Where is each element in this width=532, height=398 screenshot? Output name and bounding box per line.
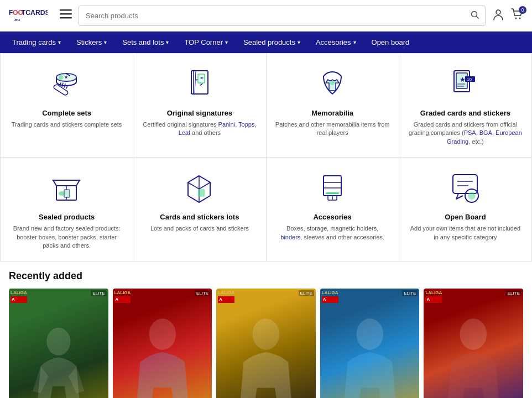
account-icon[interactable] [492, 8, 504, 23]
category-desc: Graded cards and stickers from official … [408, 121, 523, 146]
svg-rect-33 [64, 190, 70, 197]
svg-rect-34 [198, 189, 205, 197]
svg-text:★: ★ [460, 76, 466, 83]
svg-text:TCARDS: TCARDS [22, 9, 48, 17]
category-title: Memorabilia [275, 109, 390, 117]
category-title: Complete sets [9, 109, 124, 117]
svg-point-22 [330, 81, 335, 85]
svg-rect-4 [60, 9, 72, 11]
box-icon [9, 169, 124, 207]
category-grid: ★ Complete sets Trading cards and sticke… [0, 53, 532, 261]
svg-point-10 [515, 17, 517, 19]
chevron-down-icon: ▾ [166, 39, 169, 45]
svg-rect-6 [60, 17, 72, 19]
category-title: Cards and stickers lots [142, 213, 257, 221]
chevron-down-icon: ▾ [298, 39, 300, 45]
category-title: Open Board [408, 213, 523, 221]
site-logo[interactable]: F OO TCARDS .eu [9, 4, 53, 27]
svg-rect-41 [453, 175, 477, 193]
product-card[interactable]: LALIGA A ELITE CANALES PANINI 001 Canale… [9, 289, 108, 398]
svg-text:★: ★ [64, 75, 68, 80]
product-card[interactable]: LALIGA A ELITE GAVI PANINI 005 Gavi (Eli… [424, 289, 523, 398]
category-desc: Trading cards and stickers complete sets [9, 121, 124, 129]
svg-point-15 [59, 75, 63, 80]
category-desc: Brand new and factory sealed products: b… [9, 224, 124, 250]
nav-trading-cards[interactable]: Trading cards ▾ [4, 32, 69, 53]
stack-icon: ★ [9, 65, 124, 103]
product-image: LALIGA A ELITE CANALES PANINI [9, 289, 108, 398]
svg-point-49 [356, 319, 383, 350]
holder-icon [275, 169, 390, 207]
category-memorabilia[interactable]: Memorabilia Patches and other memorabili… [267, 54, 399, 158]
product-card[interactable]: LALIGA A ELITE COURTOIS PANINI 002 Court… [113, 289, 212, 398]
svg-rect-5 [60, 13, 72, 15]
svg-point-47 [149, 319, 175, 350]
category-open-board[interactable]: Open Board Add your own items that are n… [399, 158, 532, 261]
header-icons: 0 [492, 8, 523, 23]
category-accesories[interactable]: Accesories Boxes, storage, magnetic hold… [267, 158, 399, 261]
svg-point-50 [460, 319, 487, 350]
category-graded-cards[interactable]: ★ 10 Graded cards and stickers Graded ca… [399, 54, 532, 158]
book-icon: ✒ [142, 65, 257, 103]
category-sealed-products[interactable]: Sealed products Brand new and factory se… [1, 158, 133, 261]
category-complete-sets[interactable]: ★ Complete sets Trading cards and sticke… [1, 54, 133, 158]
cart-badge: 0 [519, 6, 526, 14]
product-card[interactable]: LALIGA A ELITE GABRI VEIGA PANINI 004 Ga… [320, 289, 420, 398]
category-desc: Patches and other memorabilia items from… [275, 121, 390, 138]
recently-added-section: Recently added LALIGA A ELITE CANALES PA… [0, 261, 532, 398]
svg-point-9 [496, 10, 500, 14]
svg-rect-38 [326, 192, 339, 194]
svg-text:.eu: .eu [14, 17, 20, 22]
chevron-down-icon: ▾ [58, 39, 61, 45]
svg-line-19 [195, 71, 196, 94]
graded-icon: ★ 10 [408, 65, 523, 103]
category-desc: Certified original signatures Panini, To… [142, 121, 257, 138]
category-desc: Boxes, storage, magnetic holders, binder… [275, 224, 390, 242]
category-title: Accesories [275, 213, 390, 221]
svg-text:✒: ✒ [200, 76, 204, 81]
category-desc: Add your own items that are not included… [408, 224, 523, 242]
category-cards-lots[interactable]: Cards and stickers lots Lots and packs o… [133, 158, 266, 261]
search-bar [79, 6, 486, 26]
category-desc: Lots and packs of cards and stickers [142, 224, 257, 233]
chevron-down-icon: ▾ [353, 39, 356, 45]
svg-point-46 [46, 328, 70, 355]
category-title: Original signatures [142, 109, 257, 117]
nav-sealed-products[interactable]: Sealed products ▾ [236, 32, 308, 53]
product-card[interactable]: LALIGA A ELITE FEDE VALVERDE PANINI 003 … [216, 289, 316, 398]
nav-accesories[interactable]: Accesories ▾ [308, 32, 364, 53]
svg-point-48 [253, 319, 279, 350]
svg-point-43 [468, 192, 476, 200]
chevron-down-icon: ▾ [225, 39, 228, 45]
product-image: LALIGA A ELITE COURTOIS PANINI [113, 289, 212, 398]
svg-text:10: 10 [467, 77, 472, 82]
nav-top-corner[interactable]: TOP Corner ▾ [176, 32, 236, 53]
shirt-icon [275, 65, 390, 103]
category-original-signatures[interactable]: ✒ Original signatures Certified original… [133, 54, 266, 158]
chevron-down-icon: ▾ [104, 39, 107, 45]
medal-icon [408, 169, 523, 207]
product-image: LALIGA A ELITE FEDE VALVERDE PANINI [216, 289, 316, 398]
product-grid: LALIGA A ELITE CANALES PANINI 001 Canale… [9, 289, 523, 398]
hamburger-menu[interactable] [60, 8, 72, 23]
main-navbar: Trading cards ▾ Stickers ▾ Sets and lots… [0, 32, 532, 53]
category-title: Graded cards and stickers [408, 109, 523, 117]
nav-stickers[interactable]: Stickers ▾ [69, 32, 114, 53]
nav-sets-lots[interactable]: Sets and lots ▾ [114, 32, 176, 53]
search-input[interactable] [79, 7, 465, 24]
recently-added-title: Recently added [9, 270, 523, 282]
svg-point-11 [519, 17, 521, 19]
category-title: Sealed products [9, 213, 124, 221]
cube-icon [142, 169, 257, 207]
cart-icon[interactable]: 0 [511, 8, 523, 23]
product-image: LALIGA A ELITE GABRI VEIGA PANINI [320, 289, 420, 398]
nav-open-board[interactable]: Open board [364, 32, 418, 53]
search-button[interactable] [465, 6, 485, 25]
svg-line-8 [477, 16, 479, 18]
product-image: LALIGA A ELITE GAVI PANINI [424, 289, 523, 398]
